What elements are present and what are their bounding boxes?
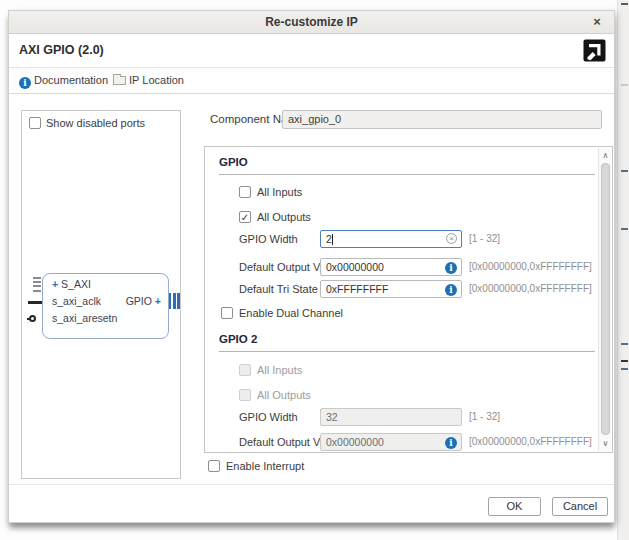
enable-interrupt-label: Enable Interrupt — [226, 460, 304, 472]
port-aresetn-label: s_axi_aresetn — [52, 312, 117, 324]
enable-dual-channel-label: Enable Dual Channel — [239, 304, 343, 322]
enable-interrupt-checkbox[interactable] — [208, 460, 220, 472]
background-mark — [621, 360, 628, 362]
background-mark — [621, 3, 628, 5]
clock-connector-icon — [28, 301, 42, 304]
all-outputs-label: All Outputs — [257, 208, 311, 226]
gpio2-all-outputs-label: All Outputs — [257, 386, 311, 404]
all-inputs-label: All Inputs — [257, 183, 302, 201]
background-mark — [621, 170, 628, 172]
ip-symbol-panel: Show disabled ports + S_AXI s_axi_aclk s… — [21, 110, 181, 479]
clear-icon[interactable]: × — [446, 233, 457, 244]
scrollbar[interactable]: ∧ ∨ — [598, 148, 611, 451]
port-s-axi[interactable]: + S_AXI — [52, 278, 91, 290]
scrollbar-thumb[interactable] — [601, 163, 610, 435]
default-tri-range: [0x00000000,0xFFFFFFFF] — [469, 280, 592, 298]
info-icon[interactable]: i — [445, 284, 457, 296]
ip-location-button[interactable]: IP Location — [113, 73, 184, 89]
background-mark — [621, 343, 628, 345]
gpio-bus-bars-icon — [167, 293, 180, 311]
ip-location-label: IP Location — [129, 74, 184, 86]
default-output-range: [0x00000000,0xFFFFFFFF] — [469, 258, 592, 276]
gpio2-width-input: 32 — [320, 408, 462, 426]
gpio2-width-label: GPIO Width — [239, 408, 298, 426]
dialog-titlebar[interactable]: Re-customize IP × — [9, 11, 614, 34]
dialog-toolbar: i Documentation IP Location — [9, 68, 614, 94]
port-s-axi-aresetn: s_axi_aresetn — [52, 312, 117, 324]
all-inputs-checkbox[interactable] — [239, 186, 251, 198]
info-icon: i — [19, 77, 31, 89]
cancel-button[interactable]: Cancel — [552, 497, 608, 516]
gpio-width-input[interactable]: 2 × — [320, 230, 462, 248]
show-disabled-ports-checkbox[interactable] — [29, 117, 41, 129]
gpio2-default-output-input: 0x00000000 i — [320, 433, 462, 451]
background-mark — [621, 368, 628, 370]
gpio2-all-outputs-checkbox — [239, 389, 251, 401]
gpio2-all-inputs-checkbox — [239, 364, 251, 376]
background-app-strip — [617, 0, 629, 540]
background-mark — [621, 228, 628, 230]
bus-connector-icon — [33, 277, 41, 294]
gpio2-default-output-value: 0x00000000 — [326, 436, 384, 448]
ip-name-title: AXI GPIO (2.0) — [19, 43, 104, 57]
scroll-up-icon[interactable]: ∧ — [599, 149, 612, 162]
recustomize-ip-dialog: Re-customize IP × AXI GPIO (2.0) i Docum… — [8, 10, 615, 523]
reset-connector-icon — [29, 315, 36, 322]
port-aclk-label: s_axi_aclk — [52, 295, 101, 307]
port-gpio-label: GPIO — [126, 295, 152, 307]
documentation-label: Documentation — [34, 74, 108, 86]
ip-header: AXI GPIO (2.0) — [9, 34, 614, 68]
info-icon[interactable]: i — [445, 262, 457, 274]
info-icon[interactable]: i — [445, 437, 457, 449]
gpio2-default-output-range: [0x00000000,0xFFFFFFFF] — [469, 433, 592, 451]
section-divider — [219, 174, 595, 175]
ip-block-symbol: + S_AXI s_axi_aclk s_axi_aresetn GPIO + — [42, 273, 169, 339]
xilinx-logo-icon — [583, 39, 606, 62]
ok-button[interactable]: OK — [488, 497, 541, 516]
background-mark — [621, 84, 628, 86]
all-outputs-checkbox[interactable] — [239, 211, 251, 223]
gpio2-all-inputs-label: All Inputs — [257, 361, 302, 379]
port-s-axi-aclk: s_axi_aclk — [52, 295, 101, 307]
show-disabled-ports-label: Show disabled ports — [46, 117, 145, 129]
gpio-width-range: [1 - 32] — [469, 230, 500, 248]
folder-icon — [113, 76, 126, 85]
close-icon[interactable]: × — [589, 11, 605, 33]
gpio2-width-range: [1 - 32] — [469, 408, 500, 426]
default-output-value: 0x00000000 — [326, 261, 384, 273]
footer-divider — [9, 484, 614, 485]
expand-plus-icon[interactable]: + — [52, 278, 58, 290]
default-tri-input[interactable]: 0xFFFFFFFF i — [320, 280, 462, 298]
port-s-axi-label: S_AXI — [61, 278, 91, 290]
gpio-section-title: GPIO — [219, 156, 248, 168]
default-output-input[interactable]: 0x00000000 i — [320, 258, 462, 276]
gpio-width-label: GPIO Width — [239, 230, 298, 248]
port-gpio[interactable]: GPIO + — [126, 295, 161, 307]
dialog-title: Re-customize IP — [265, 15, 358, 29]
gpio2-section-title: GPIO 2 — [219, 333, 257, 345]
section-divider — [219, 351, 595, 352]
enable-dual-channel-checkbox[interactable] — [221, 307, 233, 319]
default-tri-value: 0xFFFFFFFF — [326, 283, 388, 295]
documentation-button[interactable]: i Documentation — [19, 73, 108, 89]
text-caret — [332, 234, 333, 245]
scroll-down-icon[interactable]: ∨ — [599, 437, 612, 450]
component-name-field: axi_gpio_0 — [282, 110, 602, 129]
gpio2-width-value: 32 — [326, 411, 338, 423]
expand-plus-icon[interactable]: + — [155, 295, 161, 307]
config-scroll-area: GPIO All Inputs All Outputs GPIO Width 2… — [204, 146, 613, 453]
